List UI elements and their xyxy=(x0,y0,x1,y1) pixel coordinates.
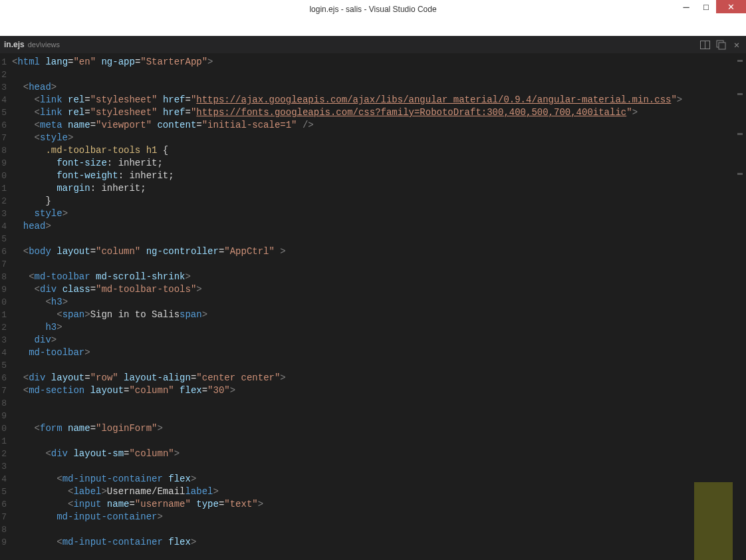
window-controls: ─ □ ✕ xyxy=(676,0,746,15)
minimize-button[interactable]: ─ xyxy=(676,0,696,13)
more-actions-icon[interactable] xyxy=(715,39,726,50)
tab-bar: in.ejs dev\views ✕ xyxy=(0,36,746,53)
close-button[interactable]: ✕ xyxy=(716,0,746,13)
line-numbers: 123456789012345678901234567890123456789 xyxy=(0,53,8,560)
code-content[interactable]: <html lang="en" ng-app="StarterApp"> <he… xyxy=(8,53,746,560)
close-icon[interactable]: ✕ xyxy=(731,39,742,50)
split-editor-icon[interactable] xyxy=(699,39,710,50)
titlebar: login.ejs - salis - Visual Studio Code ─… xyxy=(0,0,746,18)
tab-filename: in.ejs xyxy=(4,40,25,49)
svg-rect-3 xyxy=(719,43,725,49)
tab-path: dev\views xyxy=(28,41,60,49)
menu-bar xyxy=(0,18,746,36)
tab-login-ejs[interactable]: in.ejs dev\views xyxy=(0,36,64,53)
editor-area[interactable]: 123456789012345678901234567890123456789 … xyxy=(0,53,746,560)
window-title: login.ejs - salis - Visual Studio Code xyxy=(309,5,436,14)
overview-ruler[interactable] xyxy=(733,53,743,560)
minimap-viewport[interactable] xyxy=(694,482,733,560)
maximize-button[interactable]: □ xyxy=(696,0,716,13)
